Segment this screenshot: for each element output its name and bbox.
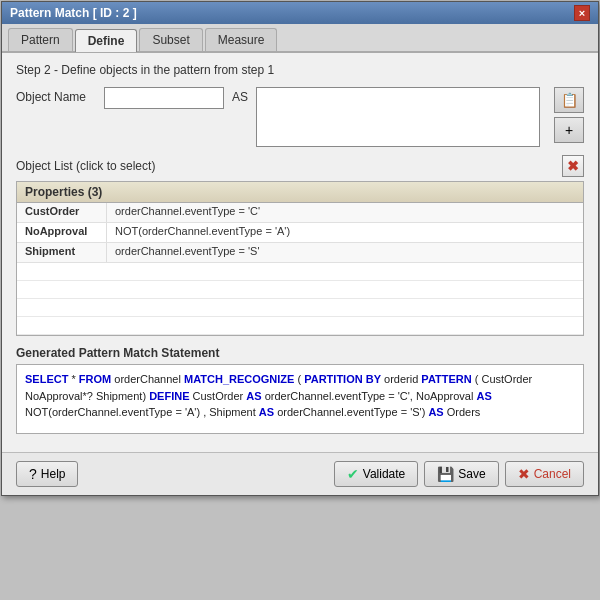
footer-right-buttons: ✔ Validate 💾 Save ✖ Cancel [334, 461, 584, 487]
validate-button[interactable]: ✔ Validate [334, 461, 418, 487]
add-button[interactable]: + [554, 117, 584, 143]
cancel-icon: ✖ [518, 466, 530, 482]
table-row[interactable]: Shipment orderChannel.eventType = 'S' [17, 243, 583, 263]
table-row[interactable]: CustOrder orderChannel.eventType = 'C' [17, 203, 583, 223]
cancel-button[interactable]: ✖ Cancel [505, 461, 584, 487]
footer: ? Help ✔ Validate 💾 Save ✖ Cancel [2, 452, 598, 495]
title-bar: Pattern Match [ ID : 2 ] × [2, 2, 598, 24]
delete-button[interactable]: ✖ [562, 155, 584, 177]
properties-rows: CustOrder orderChannel.eventType = 'C' N… [17, 203, 583, 335]
tab-define[interactable]: Define [75, 29, 138, 52]
validate-label: Validate [363, 467, 405, 481]
object-name-row: Object Name AS 📋 + [16, 87, 584, 147]
as-textarea[interactable] [256, 87, 540, 147]
plus-icon: + [565, 122, 573, 138]
save-label: Save [458, 467, 485, 481]
save-icon: 💾 [437, 466, 454, 482]
sql-normal: Orders [447, 406, 481, 418]
step-label: Step 2 - Define objects in the pattern f… [16, 63, 584, 77]
help-label: Help [41, 467, 66, 481]
sql-keyword-as4: AS [428, 406, 443, 418]
sql-keyword-as2: AS [476, 390, 491, 402]
sql-box: SELECT * FROM orderChannel MATCH_RECOGNI… [16, 364, 584, 434]
empty-row-3 [17, 299, 583, 317]
generated-label: Generated Pattern Match Statement [16, 346, 584, 360]
prop-name-0: CustOrder [17, 203, 107, 222]
sql-keyword-as3: AS [259, 406, 274, 418]
prop-name-2: Shipment [17, 243, 107, 262]
empty-row-4 [17, 317, 583, 335]
help-button[interactable]: ? Help [16, 461, 78, 487]
sql-keyword-pattern: PATTERN [421, 373, 471, 385]
prop-value-2: orderChannel.eventType = 'S' [107, 243, 583, 262]
main-window: Pattern Match [ ID : 2 ] × Pattern Defin… [1, 1, 599, 496]
table-icon-button[interactable]: 📋 [554, 87, 584, 113]
sql-normal: * [71, 373, 78, 385]
cancel-label: Cancel [534, 467, 571, 481]
close-button[interactable]: × [574, 5, 590, 21]
sql-normal: orderid [384, 373, 421, 385]
object-name-input[interactable] [104, 87, 224, 109]
tab-subset[interactable]: Subset [139, 28, 202, 51]
sql-keyword-match: MATCH_RECOGNIZE [184, 373, 294, 385]
empty-row-1 [17, 263, 583, 281]
sql-normal: CustOrder [193, 390, 247, 402]
properties-container: Properties (3) CustOrder orderChannel.ev… [16, 181, 584, 336]
sql-keyword-as1: AS [246, 390, 261, 402]
object-name-label: Object Name [16, 87, 96, 104]
sql-keyword-from: FROM [79, 373, 111, 385]
table-icon: 📋 [561, 92, 578, 108]
right-buttons: 📋 + [554, 87, 584, 143]
as-label: AS [232, 87, 248, 104]
validate-icon: ✔ [347, 466, 359, 482]
sql-normal: NOT(orderChannel.eventType = 'A') , Ship… [25, 406, 259, 418]
content-area: Step 2 - Define objects in the pattern f… [2, 53, 598, 444]
empty-row-2 [17, 281, 583, 299]
sql-keyword-select: SELECT [25, 373, 68, 385]
sql-keyword-define: DEFINE [149, 390, 189, 402]
properties-header: Properties (3) [17, 182, 583, 203]
delete-icon: ✖ [567, 158, 579, 174]
save-button[interactable]: 💾 Save [424, 461, 498, 487]
table-row[interactable]: NoApproval NOT(orderChannel.eventType = … [17, 223, 583, 243]
sql-normal: orderChannel.eventType = 'S') [277, 406, 428, 418]
window-title: Pattern Match [ ID : 2 ] [10, 6, 137, 20]
sql-normal: orderChannel.eventType = 'C', NoApproval [265, 390, 477, 402]
prop-value-0: orderChannel.eventType = 'C' [107, 203, 583, 222]
sql-keyword-partition: PARTITION BY [304, 373, 381, 385]
prop-value-1: NOT(orderChannel.eventType = 'A') [107, 223, 583, 242]
prop-name-1: NoApproval [17, 223, 107, 242]
tab-measure[interactable]: Measure [205, 28, 278, 51]
object-list-label: Object List (click to select) [16, 159, 155, 173]
sql-normal: orderChannel [114, 373, 184, 385]
help-icon: ? [29, 466, 37, 482]
tab-pattern[interactable]: Pattern [8, 28, 73, 51]
sql-text: SELECT * FROM orderChannel MATCH_RECOGNI… [25, 373, 532, 418]
object-list-row: Object List (click to select) ✖ [16, 155, 584, 177]
tab-bar: Pattern Define Subset Measure [2, 24, 598, 53]
